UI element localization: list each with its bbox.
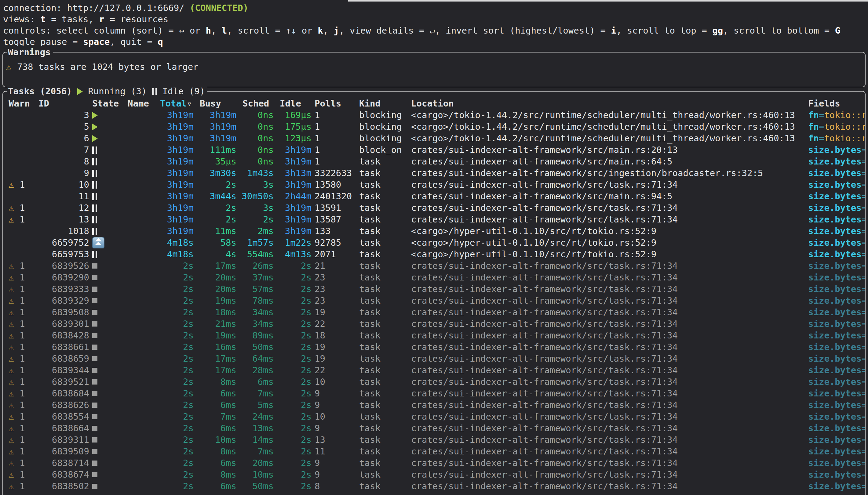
table-row[interactable]: ⚠1 6839344 2s 17ms 28ms 2s 22 task crate… [3, 364, 865, 376]
warn-count: 1 [19, 214, 25, 225]
column-header-total[interactable]: Total▿ [154, 98, 194, 109]
field-separator: = [862, 458, 865, 468]
table-row[interactable]: ⚠1 6838684 2s 6ms 7ms 2s 9 task crates/s… [3, 388, 865, 399]
column-header-fields[interactable]: Fields [805, 98, 865, 109]
name-cell [124, 318, 154, 329]
sched-duration-cell: 3s [236, 179, 274, 190]
table-row[interactable]: ⚠1 6838626 2s 6ms 5ms 2s 9 task crates/s… [3, 399, 865, 411]
sched-duration-cell: 2ms [236, 225, 274, 237]
table-row[interactable]: ⚠1 6838674 2s 8ms 10ms 2s 9 task crates/… [3, 469, 865, 480]
column-header-sched[interactable]: Sched [236, 98, 274, 109]
table-row[interactable]: ⚠1 10 3h19m 2s 3s 3h19m 13580 task crate… [3, 179, 865, 190]
polls-cell: 23 [312, 283, 356, 295]
key-hint: l [222, 25, 227, 36]
table-row[interactable]: ⚠1 6839290 2s 20ms 37ms 2s 23 task crate… [3, 272, 865, 283]
kind-cell: task [356, 318, 408, 329]
polls-cell: 19 [312, 353, 356, 364]
help-text: controls: select column (sort) = ↔ or [3, 25, 205, 36]
table-row[interactable]: ⚠1 6839526 2s 17ms 26ms 2s 21 task crate… [3, 260, 865, 272]
sched-duration-cell: 24ms [236, 411, 274, 422]
table-row[interactable]: ⚠1 13 3h19m 2s 2s 3h19m 13587 task crate… [3, 214, 865, 225]
table-row[interactable]: ⚠1 6839521 2s 8ms 6ms 2s 10 task crates/… [3, 376, 865, 388]
idle-duration-cell: 3h19m [274, 156, 312, 167]
state-cell [89, 295, 124, 306]
table-row[interactable]: 6 3h19m 3h19m 0ns 123µs 1 blocking <carg… [3, 133, 865, 144]
total-duration-cell: 2s [154, 469, 194, 480]
column-header-id[interactable]: ID [35, 98, 89, 109]
column-header-polls[interactable]: Polls [312, 98, 356, 109]
table-row[interactable]: ⚠1 6838659 2s 17ms 64ms 2s 19 task crate… [3, 353, 865, 364]
table-row[interactable]: ⚠1 6839311 2s 10ms 14ms 2s 13 task crate… [3, 434, 865, 446]
warn-cell: ⚠1 [6, 457, 35, 469]
running-icon [92, 112, 98, 119]
table-row[interactable]: ⚠1 6839508 2s 18ms 34ms 2s 19 task crate… [3, 306, 865, 318]
location-cell: crates/sui-indexer-alt-framework/src/tas… [408, 422, 805, 434]
sched-duration-cell: 78ms [236, 295, 274, 306]
warn-cell [6, 249, 35, 260]
field-key: size.bytes [808, 249, 862, 259]
table-row[interactable]: ⚠1 6839329 2s 19ms 78ms 2s 23 task crate… [3, 295, 865, 306]
kind-cell: task [356, 364, 408, 376]
fields-cell: size.bytes= [805, 272, 865, 283]
table-row[interactable]: ⚠1 6839301 2s 21ms 34ms 2s 22 task crate… [3, 318, 865, 329]
warn-cell: ⚠1 [6, 480, 35, 492]
table-row[interactable]: 1018 3h19m 11ms 2ms 3h19m 133 task <carg… [3, 225, 865, 237]
completed-icon [92, 484, 97, 489]
name-cell [124, 295, 154, 306]
task-id-cell: 6838626 [35, 399, 89, 411]
busy-duration-cell: 17ms [194, 353, 236, 364]
warn-cell: ⚠1 [6, 469, 35, 480]
idle-duration-cell: 3h19m [274, 214, 312, 225]
table-row[interactable]: ⚠1 6839333 2s 20ms 57ms 2s 23 task crate… [3, 283, 865, 295]
total-duration-cell: 2s [154, 306, 194, 318]
kind-cell: blocking [356, 133, 408, 144]
field-key: fn [808, 110, 819, 120]
paused-icon [92, 181, 97, 189]
state-cell [89, 249, 124, 260]
table-row[interactable]: 6659752 4m18s 58s 1m57s 1m22s 92785 task… [3, 237, 865, 249]
busy-duration-cell: 2s [194, 179, 236, 190]
column-header-kind[interactable]: Kind [356, 98, 408, 109]
table-row[interactable]: 3 3h19m 3h19m 0ns 169µs 1 blocking <carg… [3, 109, 865, 121]
table-row[interactable]: 5 3h19m 3h19m 0ns 175µs 1 blocking <carg… [3, 121, 865, 133]
sched-duration-cell: 0ns [236, 121, 274, 133]
table-row[interactable]: 8 3h19m 35µs 0ns 3h19m 1 task crates/sui… [3, 156, 865, 167]
column-header-warn[interactable]: Warn [6, 98, 35, 109]
name-cell [124, 388, 154, 399]
state-cell [89, 364, 124, 376]
fields-cell: size.bytes= [805, 202, 865, 214]
table-row[interactable]: ⚠1 6838554 2s 7ms 24ms 2s 10 task crates… [3, 411, 865, 422]
table-row[interactable]: 6659753 4m18s 4s 554ms 4m13s 2071 task <… [3, 249, 865, 260]
task-id-cell: 6838659 [35, 353, 89, 364]
table-row[interactable]: 9 3h19m 3m30s 1m43s 3h13m 3322633 task c… [3, 167, 865, 179]
column-header-busy[interactable]: Busy [194, 98, 236, 109]
table-row[interactable]: ⚠1 6838661 2s 16ms 50ms 2s 19 task crate… [3, 341, 865, 353]
paused-icon [92, 251, 97, 258]
location-cell: crates/sui-indexer-alt-framework/src/ing… [408, 167, 805, 179]
busy-duration-cell: 4s [194, 249, 236, 260]
kind-cell: task [356, 167, 408, 179]
table-row[interactable]: ⚠1 6839509 2s 8ms 7ms 2s 11 task crates/… [3, 446, 865, 457]
column-header-state[interactable]: State [89, 98, 124, 109]
field-separator: = [862, 214, 865, 225]
name-cell [124, 167, 154, 179]
column-header-name[interactable]: Name [124, 98, 154, 109]
fields-cell: size.bytes= [805, 411, 865, 422]
state-cell [89, 341, 124, 353]
table-row[interactable]: ⚠1 6838502 2s 6ms 50ms 2s 8 task crates/… [3, 480, 865, 492]
table-row[interactable]: ⚠1 12 3h19m 2s 3s 3h19m 13591 task crate… [3, 202, 865, 214]
table-row[interactable]: ⚠1 6838428 2s 19ms 89ms 2s 18 task crate… [3, 329, 865, 341]
table-row[interactable]: 11 3h19m 3m44s 30m50s 2h44m 2401320 task… [3, 190, 865, 202]
location-cell: crates/sui-indexer-alt-framework/src/tas… [408, 283, 805, 295]
table-row[interactable]: 7 3h19m 111ms 0ns 3h19m 1 block_on crate… [3, 144, 865, 156]
table-row[interactable]: ⚠1 6838714 2s 6ms 20ms 2s 9 task crates/… [3, 457, 865, 469]
fields-cell: fn=tokio::r [805, 133, 865, 144]
table-body: 3 3h19m 3h19m 0ns 169µs 1 blocking <carg… [3, 109, 865, 492]
field-key: size.bytes [808, 388, 862, 398]
total-duration-cell: 3h19m [154, 179, 194, 190]
column-header-location[interactable]: Location [408, 98, 805, 109]
kind-cell: task [356, 179, 408, 190]
sched-duration-cell: 50ms [236, 480, 274, 492]
table-row[interactable]: ⚠1 6838664 2s 6ms 13ms 2s 9 task crates/… [3, 422, 865, 434]
column-header-idle[interactable]: Idle [274, 98, 312, 109]
